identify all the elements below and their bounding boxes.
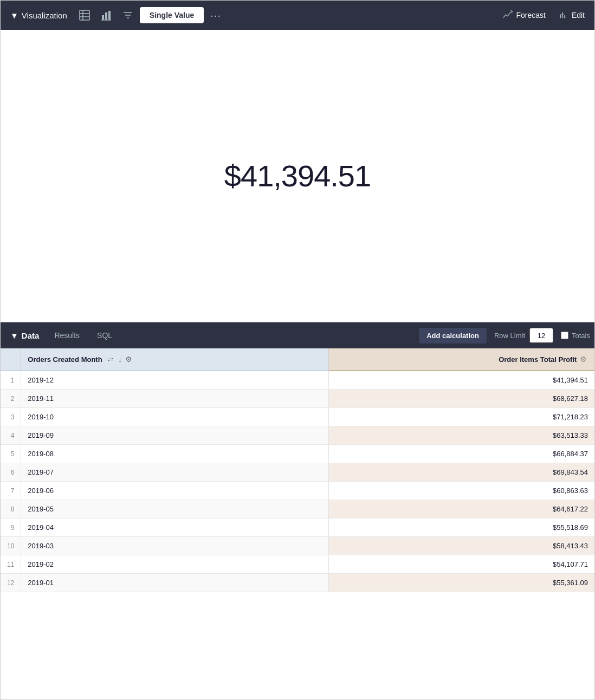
single-value-tab[interactable]: Single Value	[140, 7, 204, 23]
bar-chart-icon	[101, 10, 112, 21]
col2-header-text: Order Items Total Profit	[499, 355, 577, 364]
date-cell: 2019-01	[21, 574, 329, 592]
forecast-icon	[503, 10, 513, 20]
profit-cell: $54,107.71	[329, 555, 594, 574]
svg-rect-5	[105, 12, 107, 20]
table-row: 4 2019-09 $63,513.33	[1, 426, 594, 445]
row-number-cell: 11	[1, 555, 21, 574]
row-number-cell: 1	[1, 371, 21, 390]
visualization-area: $41,394.51	[1, 30, 594, 322]
profit-cell: $58,413.43	[329, 537, 594, 555]
date-cell: 2019-10	[21, 408, 329, 426]
profit-cell: $64,617.22	[329, 500, 594, 518]
profit-cell: $55,361.09	[329, 574, 594, 592]
profit-cell: $60,863.63	[329, 482, 594, 500]
col1-filter-icon[interactable]: ⇌	[106, 354, 115, 365]
row-number-cell: 8	[1, 500, 21, 518]
date-cell: 2019-03	[21, 537, 329, 555]
single-value-display: $41,394.51	[224, 158, 371, 193]
edit-button[interactable]: Edit	[553, 7, 590, 23]
order-items-total-profit-header[interactable]: Order Items Total Profit ⚙	[329, 348, 594, 371]
table-row: 6 2019-07 $69,843.54	[1, 463, 594, 482]
app-container: ▼ Visualization	[0, 0, 595, 700]
more-options-button[interactable]: ···	[206, 6, 225, 25]
data-table: Orders Created Month ⇌ ↓ ⚙ Order Items T…	[1, 348, 594, 592]
top-toolbar: ▼ Visualization	[1, 1, 594, 30]
table-row: 5 2019-08 $66,884.37	[1, 445, 594, 463]
forecast-button[interactable]: Forecast	[497, 7, 551, 23]
table-row: 11 2019-02 $54,107.71	[1, 555, 594, 574]
table-row: 8 2019-05 $64,617.22	[1, 500, 594, 518]
row-limit-input[interactable]	[529, 328, 553, 343]
col1-header-text: Orders Created Month	[28, 355, 102, 364]
edit-label: Edit	[572, 11, 585, 20]
table-row: 3 2019-10 $71,218.23	[1, 408, 594, 426]
svg-rect-6	[108, 11, 111, 20]
results-tab[interactable]: Results	[47, 328, 87, 343]
totals-checkbox[interactable]	[561, 332, 568, 339]
table-icon	[79, 10, 90, 21]
data-toolbar: ▼ Data Results SQL Add calculation Row L…	[1, 322, 594, 348]
data-table-wrapper: Orders Created Month ⇌ ↓ ⚙ Order Items T…	[1, 348, 594, 699]
date-cell: 2019-06	[21, 482, 329, 500]
chevron-down-icon: ▼	[10, 11, 18, 20]
row-number-cell: 2	[1, 390, 21, 408]
bar-chart-button[interactable]	[96, 7, 116, 24]
date-cell: 2019-08	[21, 445, 329, 463]
profit-cell: $63,513.33	[329, 426, 594, 445]
col1-header-icons: ⇌ ↓ ⚙	[106, 354, 133, 365]
visualization-toggle[interactable]: ▼ Visualization	[5, 8, 73, 23]
table-row: 9 2019-04 $55,518.69	[1, 518, 594, 537]
orders-created-month-header[interactable]: Orders Created Month ⇌ ↓ ⚙	[21, 348, 329, 371]
table-view-button[interactable]	[75, 7, 94, 24]
profit-cell: $68,627.18	[329, 390, 594, 408]
data-toggle[interactable]: ▼ Data	[5, 328, 44, 343]
row-limit-label: Row Limit	[494, 332, 525, 340]
profit-cell: $55,518.69	[329, 518, 594, 537]
forecast-label: Forecast	[516, 11, 545, 20]
svg-rect-0	[80, 10, 89, 20]
profit-cell: $71,218.23	[329, 408, 594, 426]
date-cell: 2019-09	[21, 426, 329, 445]
data-chevron-icon: ▼	[10, 331, 18, 340]
date-cell: 2019-04	[21, 518, 329, 537]
data-label: Data	[22, 331, 40, 340]
totals-text: Totals	[572, 332, 590, 340]
row-number-cell: 5	[1, 445, 21, 463]
col1-sort-icon: ↓	[118, 355, 122, 364]
date-cell: 2019-07	[21, 463, 329, 482]
date-cell: 2019-12	[21, 371, 329, 390]
row-number-col-header	[1, 348, 21, 371]
row-number-cell: 4	[1, 426, 21, 445]
visualization-label: Visualization	[22, 11, 67, 20]
table-row: 1 2019-12 $41,394.51	[1, 371, 594, 390]
totals-label[interactable]: Totals	[561, 332, 590, 340]
profit-cell: $69,843.54	[329, 463, 594, 482]
table-row: 12 2019-01 $55,361.09	[1, 574, 594, 592]
row-number-cell: 12	[1, 574, 21, 592]
edit-icon	[559, 10, 568, 20]
row-number-cell: 6	[1, 463, 21, 482]
date-cell: 2019-02	[21, 555, 329, 574]
col1-settings-icon[interactable]: ⚙	[124, 354, 133, 365]
filter-icon	[122, 10, 133, 21]
date-cell: 2019-05	[21, 500, 329, 518]
table-row: 7 2019-06 $60,863.63	[1, 482, 594, 500]
table-row: 10 2019-03 $58,413.43	[1, 537, 594, 555]
date-cell: 2019-11	[21, 390, 329, 408]
svg-rect-4	[102, 15, 104, 20]
row-number-cell: 9	[1, 518, 21, 537]
row-number-cell: 7	[1, 482, 21, 500]
row-number-cell: 3	[1, 408, 21, 426]
profit-cell: $66,884.37	[329, 445, 594, 463]
table-row: 2 2019-11 $68,627.18	[1, 390, 594, 408]
col2-settings-icon[interactable]: ⚙	[579, 354, 588, 365]
filter-view-button[interactable]	[118, 7, 138, 24]
sql-tab[interactable]: SQL	[89, 328, 120, 343]
add-calculation-button[interactable]: Add calculation	[419, 328, 487, 343]
profit-cell: $41,394.51	[329, 371, 594, 390]
row-number-cell: 10	[1, 537, 21, 555]
